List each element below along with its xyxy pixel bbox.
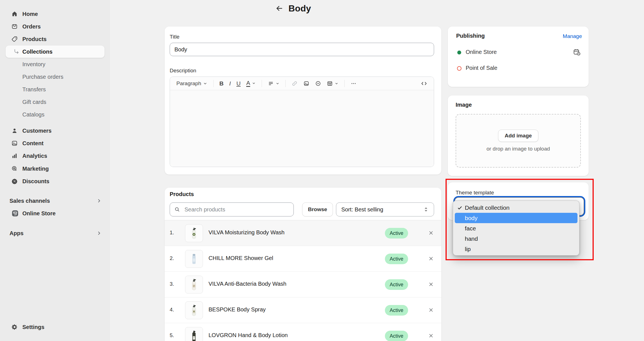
sidebar-section-apps[interactable]: Apps [0,227,109,239]
sidebar-item-home[interactable]: Home [0,8,109,20]
drop-hint-text: or drop an image to upload [486,146,550,152]
product-thumbnail [185,301,203,319]
sidebar-item-content[interactable]: Content [0,137,109,149]
table-icon [327,80,333,87]
text-color-icon: A [246,80,250,87]
product-name-link[interactable]: BESPOKE Body Spray [209,306,266,313]
sidebar-section-sales-channels[interactable]: Sales channels [0,195,109,207]
sidebar-item-catalogs[interactable]: Catalogs [0,108,109,121]
show-html-button[interactable] [419,79,429,88]
menu-option-default-collection[interactable]: Default collection [455,202,577,213]
sidebar-item-orders[interactable]: Orders [0,20,109,33]
sidebar-item-discounts[interactable]: Discounts [0,175,109,187]
sort-select[interactable]: Sort: Best selling [336,202,434,216]
search-products-input[interactable] [170,202,294,216]
page-title: Body [288,3,311,14]
orders-icon [11,23,18,30]
menu-option-body[interactable]: body [455,213,577,223]
sidebar-item-purchase-orders[interactable]: Purchase orders [0,71,109,83]
home-icon [11,11,18,17]
sidebar-item-label: Orders [22,20,41,33]
image-card: Image Add image or drop an image to uplo… [448,96,589,176]
underline-button[interactable]: U [235,79,242,88]
product-name-link[interactable]: VILVA Anti-Bacteria Body Wash [209,281,287,287]
chevron-right-icon [96,231,101,236]
toolbar-divider [213,80,214,87]
theme-template-label: Theme template [456,190,494,196]
title-input[interactable] [170,43,434,56]
product-row[interactable]: 4. BESPOKE Body Spray Active [165,297,441,323]
sort-value: Sort: Best selling [341,206,383,213]
status-badge: Active [385,305,408,316]
insert-image-button[interactable] [302,79,311,88]
browse-button[interactable]: Browse [302,202,333,216]
insert-table-dropdown[interactable] [325,79,340,88]
sidebar-item-settings[interactable]: Settings [0,321,109,333]
menu-option-face[interactable]: face [455,223,577,233]
product-name-link[interactable]: VILVA Moisturizing Body Wash [209,229,285,236]
sidebar-item-inventory[interactable]: Inventory [0,58,109,70]
schedule-calendar-clock-icon[interactable] [573,48,581,56]
insert-video-button[interactable] [314,79,323,88]
more-options-button[interactable] [349,79,358,88]
product-thumbnail [185,224,203,242]
paragraph-style-dropdown[interactable]: Paragraph [175,79,209,88]
italic-button[interactable]: I [228,79,232,88]
product-row[interactable]: 5. LOVGRON Hand & Body Lotion Active [165,323,441,341]
code-icon [421,80,427,87]
sidebar-item-online-store[interactable]: Online Store [0,207,109,220]
chevron-down-icon [252,81,256,85]
publishing-heading: Publishing [456,33,485,39]
sidebar-item-analytics[interactable]: Analytics [0,150,109,162]
editor-toolbar: Paragraph B I U A [170,77,434,90]
description-editor-content[interactable] [170,90,434,167]
menu-option-label: hand [465,235,478,242]
toolbar-divider [344,80,345,87]
publishing-card: Publishing Manage Online Store Point of … [448,27,589,87]
sidebar-item-label: Settings [22,321,44,333]
sidebar-item-transfers[interactable]: Transfers [0,83,109,96]
product-name-link[interactable]: LOVGRON Hand & Body Lotion [209,332,288,338]
sidebar-item-label: Customers [22,125,51,137]
status-badge: Active [385,279,408,290]
product-row[interactable]: 2. CHILL MORE Shower Gel Active [165,246,441,272]
insert-link-button[interactable] [290,79,299,88]
sidebar-item-collections[interactable]: Collections [0,46,109,58]
text-color-dropdown[interactable]: A [245,79,257,88]
menu-option-lip[interactable]: lip [455,244,577,254]
product-row[interactable]: 1. VILVA Moisturizing Body Wash Active [165,220,441,246]
remove-product-icon[interactable] [428,307,434,313]
sidebar-item-label: Content [22,137,44,149]
remove-product-icon[interactable] [428,256,434,262]
active-channel-dot [457,51,461,54]
product-row[interactable]: 3. VILVA Anti-Bacteria Body Wash Active [165,272,441,297]
alignment-dropdown[interactable] [266,79,281,88]
add-image-button[interactable]: Add image [498,130,538,142]
remove-product-icon[interactable] [428,281,434,287]
sidebar-item-customers[interactable]: Customers [0,125,109,137]
bold-button[interactable]: B [218,79,225,88]
page-header: Body View [110,0,644,20]
toolbar-divider [262,80,262,87]
chevron-down-icon [276,82,280,85]
product-name-link[interactable]: CHILL MORE Shower Gel [209,255,273,261]
menu-option-hand[interactable]: hand [455,233,577,244]
sidebar-item-label: Marketing [22,163,49,175]
sidebar-item-label: Collections [22,46,53,58]
sidebar-item-marketing[interactable]: Marketing [0,163,109,175]
remove-product-icon[interactable] [428,333,434,339]
remove-product-icon[interactable] [428,230,434,236]
image-dropzone[interactable]: Add image or drop an image to upload [456,114,581,168]
sidebar-item-products[interactable]: Products [0,33,109,45]
updown-chevrons-icon [423,207,429,212]
apps-label: Apps [10,227,23,239]
paragraph-style-label: Paragraph [176,80,201,87]
marketing-icon [11,165,18,172]
products-card: Products Browse Sort: Best selling 1. VI… [165,188,441,341]
channel-row-point-of-sale: Point of Sale [456,65,582,72]
manage-link[interactable]: Manage [563,33,582,39]
branch-arrow-icon [13,48,20,55]
sidebar-item-gift-cards[interactable]: Gift cards [0,96,109,108]
back-arrow-icon[interactable] [276,4,283,12]
excluded-channel-ring [457,66,461,71]
